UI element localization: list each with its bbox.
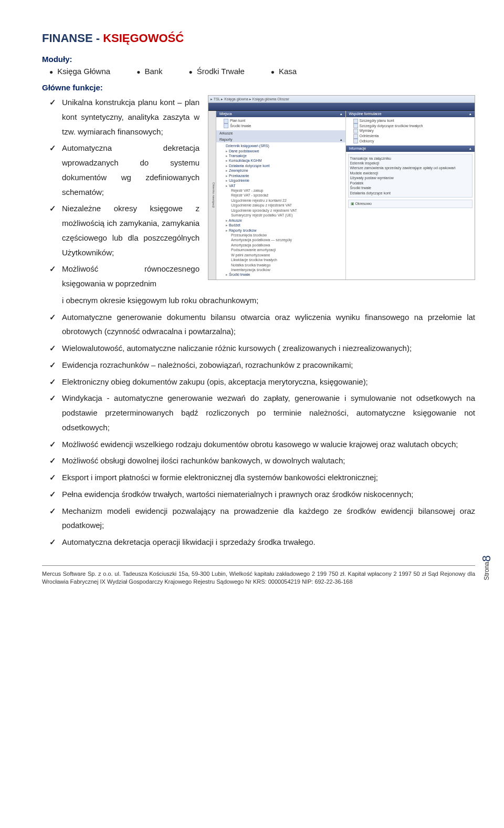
tree-item: Amortyzacja podatkowa — szczegóły [218,237,343,242]
tree-item: VAT [218,183,343,188]
tree-item: Dane podstawowe [218,149,343,153]
panel-title: Miejsca [219,111,232,116]
forms-list: Szczegóły planu kontSzczegóły dotyczące … [346,117,475,146]
panel-header: Informacje ▴ [346,146,475,151]
tree-item: Arkusze [218,218,343,223]
tree-item: Środki trwałe [218,123,343,129]
feature-item: Możliwość równoczesnego księgowania w po… [49,262,200,291]
info-line: Transakcje na załączniku [350,156,471,161]
tree-item: Działania dotyczące kont [218,163,343,168]
list-item: Odniesienia [348,133,473,139]
modules-row: Księga Główna Bank Środki Trwałe Kasa [49,67,475,76]
feature-item: Możliwość ewidencji wszelkiego rodzaju d… [49,437,475,452]
tree-item: Likwidacje środków trwałych [218,257,343,262]
list-item: Szczegóły planu kont [348,118,473,123]
tree-item: Amortyzacja podatkowa [218,243,343,247]
list-item: Szczegóły dotyczące środków trwałych [348,123,473,129]
feature-item-cont: ✓ i obecnym okresie księgowym lub roku o… [49,293,475,308]
features-left: Unikalna konstrukcja planu kont – plan k… [49,95,200,291]
page-title: FINANSE - KSIĘGOWOŚĆ [42,32,475,45]
info-line: Dziennik inspekcji [350,161,471,165]
footer-text: Mercus Software Sp. z o.o. ul. Tadeusza … [42,570,475,586]
panel-right: Wspólne formularze ▴ Szczegóły planu kon… [345,111,475,279]
feature-item: Unikalna konstrukcja planu kont – plan k… [49,95,200,139]
collapse-icon: ▴ [469,146,471,151]
okresowo-box: Okresowo [348,200,473,208]
tree-item: Plan kont [218,118,343,123]
report-tree: Dziennik księgowań (SRS)Dane podstawoweT… [216,142,345,280]
info-line: Modele ewidencji [350,171,471,175]
info-line: Używały postaw wymiarów [350,175,471,180]
tree-item: Notatka środka trwałego [218,263,343,267]
module-item: Kasa [271,67,297,76]
tree-item: Sumaryczny rejestr podatku VAT (UE) [218,213,343,218]
features-full: ✓ i obecnym okresie księgowym lub roku o… [49,293,475,550]
breadcrumb: ▸ TSL ▸ Księga główna ▸ Księga główna Ob… [208,96,475,103]
tree-item: Transakcje [218,153,343,158]
tree-item: Rejestr VAT - zakup [218,188,343,193]
feature-item: Niezależne okresy księgowe z możliwością… [49,201,200,260]
panel-title: Wspólne formularze [349,111,382,116]
toolbar [208,103,475,111]
tree-item: Konsolidacja KGHM [218,158,343,163]
feature-item: Mechanizm modeli ewidencji pozwalający n… [49,504,475,533]
tree-item: Zewnętrzne [218,168,343,173]
sub-header: Raporty▴ [216,137,345,142]
info-box: Transakcje na załącznikuDziennik inspekc… [348,154,473,198]
sub-header: Arkusze [216,130,345,136]
collapse-icon: ▴ [340,111,342,116]
feature-item: Możliwość obsługi dowolnej ilości rachun… [49,453,475,468]
feature-item: Elektroniczny obieg dokumentów zakupu (o… [49,375,475,389]
nav-tab: Okienko nawigacji [208,111,216,279]
tree-item: Dziennik księgowań (SRS) [218,143,343,148]
tree-item: Uzgodnienie [218,178,343,183]
module-item: Księga Główna [49,67,110,76]
page-number: Strona8 [480,555,494,581]
panel-header: Miejsca ▴ [216,111,345,117]
module-item: Środki Trwałe [189,67,245,76]
collapse-icon: ▴ [469,111,471,116]
feature-item: Ewidencja rozrachunków – należności, zob… [49,358,475,372]
tree-item: Uzgodnienie zakupu z rejestrami VAT [218,203,343,208]
footer-separator [42,565,475,566]
tree-item: Rejestr VAT - sprzedaż [218,193,343,198]
list-item: Odbiorcy [348,139,473,144]
tree-item: Budżet [218,223,343,227]
app-screenshot: ▸ TSL ▸ Księga główna ▸ Księga główna Ob… [208,95,475,280]
panel-left: Miejsca ▴ Plan kont Środki trwałe Arkusz… [216,111,345,279]
feature-item: Automatyczne generowanie dokumentu bilan… [49,310,475,339]
info-line: Wiersze zamówienia sprzedaży zawierające… [350,165,471,170]
info-line: Podatek [350,181,471,185]
list-item: Wymiary [348,128,473,133]
title-part2: KSIĘGOWOŚĆ [103,32,184,45]
label-funkcje: Główne funkcje: [42,83,475,92]
tree-item: Przesunięcia środków [218,233,343,237]
tree-item: Inwentaryzacja środków [218,267,343,272]
tree-item: Uzgodnienie sprzedaży z rejestrami VAT [218,208,343,213]
panel-header: Wspólne formularze ▴ [346,111,475,117]
tree-item: Przekazanie [218,173,343,178]
feature-item: Automatyczna dekretacja operacji likwida… [49,535,475,550]
info-line: Działania dotyczące kont [350,191,471,195]
panel-title: Informacje [349,146,366,151]
label-moduly: Moduły: [42,55,475,64]
feature-item: Eksport i import płatności w formie elek… [49,470,475,485]
tree-item: Raporty środków [218,228,343,233]
feature-item: Windykacja - automatyczne generowanie we… [49,391,475,434]
tree-item: Środki trwałe [218,272,343,277]
feature-item: Pełna ewidencja środków trwałych, wartoś… [49,487,475,502]
tree-item: W pełni zamortyzowane [218,253,343,257]
title-part1: FINANSE - [42,32,103,45]
module-item: Bank [136,67,162,76]
tree-item: Podsumowanie amortyzacji [218,247,343,252]
info-line: Środki trwałe [350,185,471,190]
feature-item: Automatyczna dekretacja wprowadzanych do… [49,141,200,199]
feature-item: Wielowalutowość, automatyczne naliczanie… [49,341,475,356]
tree-item: Uzgodnienie rejestru z kontami 22 [218,198,343,203]
